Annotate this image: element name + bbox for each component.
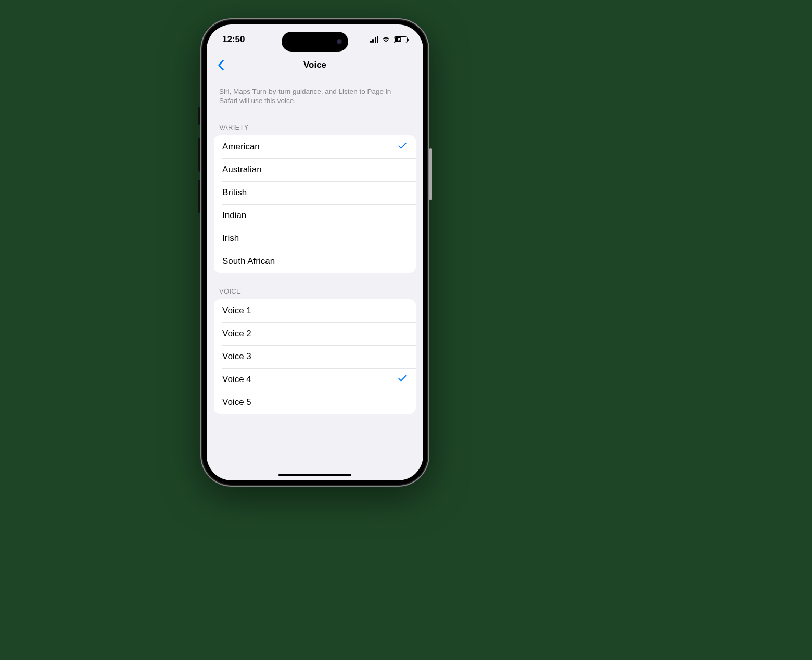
voice-row[interactable]: Voice 5 (214, 391, 416, 414)
voice-row[interactable]: Voice 4 (214, 368, 416, 391)
checkmark-icon (397, 141, 408, 154)
home-indicator[interactable] (278, 474, 351, 476)
section-header-variety: VARIETY (207, 109, 423, 135)
status-right: 57 (370, 36, 408, 43)
voice-group: Voice 1Voice 2Voice 3Voice 4Voice 5 (214, 299, 416, 414)
back-button[interactable] (213, 57, 229, 73)
voice-row[interactable]: Voice 2 (214, 322, 416, 345)
nav-bar: Voice (207, 54, 423, 77)
variety-group: AmericanAustralianBritishIndianIrishSout… (214, 135, 416, 273)
checkmark-icon (397, 373, 408, 386)
voice-label: Voice 2 (222, 328, 251, 339)
voice-row[interactable]: Voice 3 (214, 345, 416, 368)
wifi-icon (382, 36, 390, 43)
variety-row[interactable]: Indian (214, 204, 416, 227)
variety-row[interactable]: Australian (214, 158, 416, 181)
variety-label: Australian (222, 164, 262, 175)
variety-label: British (222, 187, 247, 198)
screen: 12:50 57 Voice Siri, Maps Turn-by-turn g… (207, 24, 423, 480)
phone-frame: 12:50 57 Voice Siri, Maps Turn-by-turn g… (200, 18, 429, 487)
variety-label: South African (222, 256, 275, 266)
variety-label: American (222, 142, 260, 152)
voice-row[interactable]: Voice 1 (214, 299, 416, 322)
variety-row[interactable]: Irish (214, 227, 416, 250)
status-time: 12:50 (222, 34, 245, 45)
voice-label: Voice 3 (222, 351, 251, 362)
content: Siri, Maps Turn-by-turn guidance, and Li… (207, 77, 423, 429)
variety-row[interactable]: American (214, 135, 416, 158)
voice-label: Voice 5 (222, 397, 251, 408)
battery-icon: 57 (394, 36, 408, 43)
voice-label: Voice 1 (222, 306, 251, 316)
dynamic-island (282, 32, 348, 52)
section-header-voice: VOICE (207, 273, 423, 299)
battery-percent: 57 (394, 37, 407, 42)
variety-row[interactable]: South African (214, 250, 416, 273)
cellular-icon (370, 36, 379, 43)
voice-description: Siri, Maps Turn-by-turn guidance, and Li… (207, 77, 423, 109)
page-title: Voice (303, 60, 326, 70)
variety-label: Irish (222, 233, 239, 244)
variety-row[interactable]: British (214, 181, 416, 204)
variety-label: Indian (222, 210, 246, 221)
voice-label: Voice 4 (222, 374, 251, 385)
